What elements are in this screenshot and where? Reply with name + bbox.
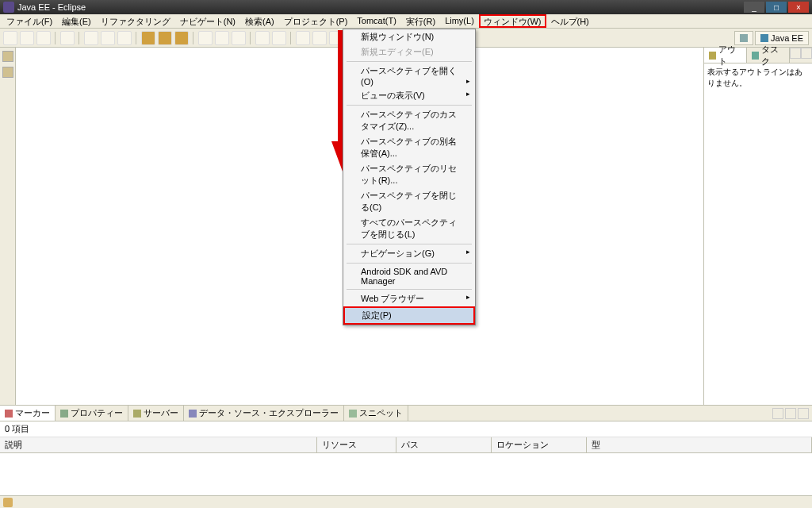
dd-preferences[interactable]: 設定(P) bbox=[345, 308, 473, 323]
menubar: ファイル(F) 編集(E) リファクタリング ナビゲート(N) 検索(A) プロ… bbox=[0, 14, 812, 29]
datasource-icon bbox=[189, 410, 197, 418]
max-view-button[interactable] bbox=[801, 48, 812, 59]
properties-icon bbox=[60, 410, 68, 418]
tab-tasks[interactable]: タスク bbox=[747, 48, 790, 63]
tool-sep bbox=[290, 32, 292, 44]
tab-servers[interactable]: サーバー bbox=[128, 406, 184, 421]
bottom-panel: マーカー プロパティー サーバー データ・ソース・エクスプローラー スニペット … bbox=[0, 405, 812, 495]
tool-sep bbox=[79, 32, 80, 44]
dd-sep bbox=[347, 289, 472, 290]
dd-sep bbox=[347, 105, 472, 106]
project-explorer-icon[interactable] bbox=[2, 51, 13, 62]
perspective-icon bbox=[740, 34, 748, 42]
menu-refactor[interactable]: リファクタリング bbox=[96, 14, 175, 28]
titlebar: Java EE - Eclipse _ □ × bbox=[0, 0, 812, 14]
tool-sep bbox=[55, 32, 56, 44]
maximize-button[interactable]: □ bbox=[766, 2, 787, 13]
col-resource[interactable]: リソース bbox=[317, 437, 396, 452]
tab-servers-label: サーバー bbox=[144, 407, 178, 419]
tool-sep bbox=[250, 32, 251, 44]
tool-tomcat-restart[interactable] bbox=[174, 31, 189, 45]
tab-outline-label: アウト bbox=[718, 44, 741, 67]
tool-runlast[interactable] bbox=[232, 31, 246, 45]
tool-run[interactable] bbox=[215, 31, 229, 45]
dd-open-perspective[interactable]: パースペクティブを開く(O) bbox=[343, 64, 475, 88]
dd-new-editor: 新規エディター(E) bbox=[343, 44, 475, 60]
tool-newpkg[interactable] bbox=[255, 31, 270, 45]
tab-properties[interactable]: プロパティー bbox=[56, 406, 128, 421]
dd-save-perspective[interactable]: パースペクティブの別名保管(A)... bbox=[343, 134, 475, 161]
javaee-icon bbox=[760, 34, 768, 42]
tool-android1[interactable] bbox=[84, 31, 98, 45]
tool-new[interactable] bbox=[3, 31, 17, 45]
tasks-icon bbox=[752, 52, 759, 60]
dd-web-browser[interactable]: Web ブラウザー bbox=[343, 291, 475, 306]
tool-tomcat-start[interactable] bbox=[141, 31, 155, 45]
col-description[interactable]: 説明 bbox=[0, 437, 317, 452]
tab-snippets[interactable]: スニペット bbox=[344, 406, 408, 421]
tool-debug[interactable] bbox=[198, 31, 213, 45]
col-type[interactable]: 型 bbox=[587, 437, 812, 452]
marker-headers: 説明 リソース パス ロケーション 型 bbox=[0, 437, 812, 453]
tab-outline[interactable]: アウト bbox=[704, 48, 747, 63]
menu-window[interactable]: ウィンドウ(W) bbox=[479, 14, 546, 28]
dd-sep bbox=[347, 61, 472, 62]
tab-markers[interactable]: マーカー bbox=[0, 406, 56, 421]
tool-save[interactable] bbox=[20, 31, 34, 45]
tool-android3[interactable] bbox=[117, 31, 132, 45]
col-path[interactable]: パス bbox=[396, 437, 492, 452]
menu-search[interactable]: 検索(A) bbox=[240, 14, 279, 28]
left-sidebar bbox=[0, 48, 16, 405]
tool-print[interactable] bbox=[60, 31, 75, 45]
snippets-icon bbox=[349, 410, 357, 418]
dd-reset-perspective[interactable]: パースペクティブのリセット(R)... bbox=[343, 161, 475, 188]
dd-navigation[interactable]: ナビゲーション(G) bbox=[343, 246, 475, 261]
tool-tomcat-stop[interactable] bbox=[158, 31, 172, 45]
navigator-icon[interactable] bbox=[2, 67, 13, 78]
menu-tomcat[interactable]: Tomcat(T) bbox=[352, 14, 401, 28]
tab-snippets-label: スニペット bbox=[359, 407, 403, 419]
perspective-label: Java EE bbox=[771, 33, 803, 43]
tab-properties-label: プロパティー bbox=[71, 407, 123, 419]
eclipse-icon bbox=[3, 2, 14, 13]
menu-limy[interactable]: Limy(L) bbox=[440, 14, 479, 28]
statusbar bbox=[0, 495, 812, 508]
menu-run[interactable]: 実行(R) bbox=[401, 14, 440, 28]
marker-body-empty bbox=[0, 453, 812, 495]
tab-datasource-label: データ・ソース・エクスプローラー bbox=[199, 407, 339, 419]
menu-help[interactable]: ヘルプ(H) bbox=[546, 14, 594, 28]
tool-saveall[interactable] bbox=[36, 31, 51, 45]
tool-sep bbox=[136, 32, 137, 44]
tool-open-type[interactable] bbox=[312, 31, 327, 45]
max-bottom-button[interactable] bbox=[798, 408, 809, 419]
markers-icon bbox=[5, 410, 13, 418]
dd-android-sdk[interactable]: Android SDK and AVD Manager bbox=[343, 265, 475, 287]
col-location[interactable]: ロケーション bbox=[492, 437, 587, 452]
tool-search[interactable] bbox=[296, 31, 310, 45]
view-menu-button[interactable] bbox=[772, 408, 783, 419]
tool-open-task[interactable] bbox=[329, 31, 343, 45]
dd-sep bbox=[347, 244, 472, 244]
tool-android2[interactable] bbox=[101, 31, 115, 45]
tab-tasks-label: タスク bbox=[761, 44, 784, 67]
min-bottom-button[interactable] bbox=[785, 408, 796, 419]
tool-newclass[interactable] bbox=[272, 31, 286, 45]
dd-close-perspective[interactable]: パースペクティブを閉じる(C) bbox=[343, 188, 475, 215]
menu-edit[interactable]: 編集(E) bbox=[57, 14, 96, 28]
min-view-button[interactable] bbox=[790, 48, 801, 59]
status-icon bbox=[3, 498, 13, 507]
window-dropdown: 新規ウィンドウ(N) 新規エディター(E) パースペクティブを開く(O) ビュー… bbox=[343, 29, 476, 325]
menu-project[interactable]: プロジェクト(P) bbox=[279, 14, 353, 28]
close-button[interactable]: × bbox=[788, 2, 809, 13]
tab-datasource[interactable]: データ・ソース・エクスプローラー bbox=[184, 406, 344, 421]
window-title: Java EE - Eclipse bbox=[17, 2, 86, 12]
menu-file[interactable]: ファイル(F) bbox=[2, 14, 57, 28]
outline-icon bbox=[709, 52, 716, 60]
dd-close-all-perspectives[interactable]: すべてのパースペクティブを閉じる(L) bbox=[343, 215, 475, 242]
minimize-button[interactable]: _ bbox=[744, 2, 764, 13]
right-panel: アウト タスク 表示するアウトラインはありません。 bbox=[704, 48, 812, 405]
dd-customize-perspective[interactable]: パースペクティブのカスタマイズ(Z)... bbox=[343, 107, 475, 134]
menu-navigate[interactable]: ナビゲート(N) bbox=[175, 14, 240, 28]
dd-show-view[interactable]: ビューの表示(V) bbox=[343, 88, 475, 103]
dd-new-window[interactable]: 新規ウィンドウ(N) bbox=[343, 29, 475, 44]
